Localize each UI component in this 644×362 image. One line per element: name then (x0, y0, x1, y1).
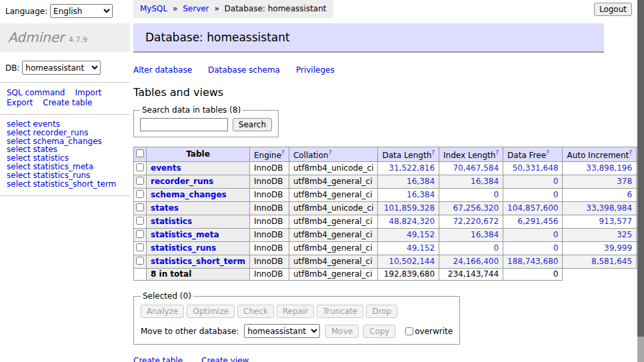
auto-increment-value[interactable]: 6 (627, 190, 632, 199)
sidebar-item-select-statistics-short-term[interactable]: select statistics_short_term (7, 180, 123, 189)
move-db-select[interactable]: homeassistant (244, 324, 320, 338)
engine-cell: InnoDB (249, 162, 289, 175)
help-icon[interactable]: ? (629, 149, 632, 156)
help-icon[interactable]: ? (495, 149, 499, 156)
row-checkbox[interactable] (136, 217, 144, 225)
data-length-value[interactable]: 101,859,328 (384, 203, 435, 213)
breadcrumb-link-server[interactable]: Server (183, 4, 209, 13)
create-view-link[interactable]: Create view (201, 356, 249, 362)
scrollbar-thumb[interactable] (637, 0, 644, 337)
language-select[interactable]: English (50, 4, 113, 18)
help-icon[interactable]: ? (329, 149, 332, 156)
sidebar-item-select-statistics-meta[interactable]: select statistics_meta (7, 163, 123, 171)
row-checkbox-cell (134, 189, 147, 202)
table-row: statesInnoDButf8mb4_unicode_ci101,859,32… (134, 202, 644, 215)
auto-increment-value-cell: 8,581,645 (563, 255, 637, 269)
privileges-link[interactable]: Privileges (296, 65, 335, 75)
data-free-value[interactable]: 0 (553, 190, 559, 199)
sidebar-action-export[interactable]: Export (7, 98, 33, 108)
data-free-value[interactable]: 50,331,648 (513, 163, 559, 173)
sidebar-item-select-events[interactable]: select events (7, 120, 123, 129)
row-checkbox[interactable] (136, 257, 144, 265)
sidebar-action-import[interactable]: Import (75, 88, 101, 98)
row-checkbox[interactable] (136, 230, 144, 238)
selected-legend: Selected (0) (141, 291, 193, 301)
row-checkbox[interactable] (136, 190, 144, 198)
auto-increment-value-cell: 913,577 (563, 215, 637, 229)
table-name-link[interactable]: recorder_runs (151, 177, 213, 186)
help-icon[interactable]: ? (431, 149, 435, 156)
row-checkbox[interactable] (136, 203, 144, 211)
header-label: Engine (254, 151, 281, 160)
table-name-link[interactable]: statistics_meta (151, 230, 219, 239)
total-checkbox-cell (134, 269, 147, 281)
check-button: Check (237, 305, 274, 318)
overwrite-checkbox[interactable] (405, 327, 413, 335)
help-icon[interactable]: ? (281, 149, 285, 156)
data-free-value[interactable]: 104,857,600 (507, 203, 558, 213)
scrollbar[interactable] (637, 0, 644, 362)
search-button[interactable]: Search (233, 118, 272, 131)
table-name-link[interactable]: states (151, 203, 179, 213)
help-icon[interactable]: ? (546, 149, 549, 156)
row-checkbox[interactable] (136, 177, 144, 185)
data-free-value[interactable]: 0 (553, 243, 559, 253)
copy-button: Copy (363, 325, 395, 338)
sidebar-action-sql-command[interactable]: SQL command (7, 88, 65, 98)
breadcrumb: MySQL » Server » Database: homeassistant (133, 0, 333, 18)
select-all-checkbox[interactable] (136, 149, 144, 157)
data-free-value[interactable]: 188,743,680 (507, 257, 558, 266)
data-free-value[interactable]: 0 (553, 230, 559, 239)
data-length-value[interactable]: 10,502,144 (389, 257, 435, 266)
auto-increment-value[interactable]: 33,398,984 (586, 203, 632, 213)
data-length-value[interactable]: 49,152 (407, 230, 435, 239)
data-length-value[interactable]: 16,384 (407, 177, 435, 186)
auto-increment-value[interactable]: 913,577 (599, 217, 632, 226)
table-name-link[interactable]: schema_changes (151, 190, 227, 199)
data-length-value[interactable]: 31,522,816 (389, 163, 435, 173)
search-input[interactable] (140, 118, 228, 131)
data-free-value[interactable]: 0 (553, 177, 559, 186)
data-length-value[interactable]: 49,152 (407, 243, 435, 253)
database-schema-link[interactable]: Database schema (208, 65, 280, 75)
auto-increment-value[interactable]: 33,898,196 (586, 163, 632, 173)
engine-cell: InnoDB (249, 242, 289, 255)
auto-increment-value[interactable]: 378 (617, 177, 632, 186)
index-length-value[interactable]: 0 (493, 243, 499, 253)
data-length-value-cell: 16,384 (378, 175, 439, 189)
collation-cell: utf8mb4_unicode_ci (289, 162, 378, 175)
sidebar-action-create-table[interactable]: Create table (43, 98, 92, 108)
table-name-link[interactable]: statistics_short_term (151, 257, 245, 266)
data-length-value-cell: 48,824,320 (378, 215, 439, 229)
index-length-value[interactable]: 24,166,400 (453, 257, 499, 266)
create-table-link[interactable]: Create table (133, 356, 183, 362)
index-length-value[interactable]: 72,220,672 (453, 217, 499, 226)
index-length-value[interactable]: 67,256,320 (453, 203, 499, 213)
index-length-value[interactable]: 0 (493, 190, 499, 199)
sidebar-item-select-recorder-runs[interactable]: select recorder_runs (7, 129, 123, 137)
auto-increment-value[interactable]: 8,581,645 (591, 257, 632, 266)
db-select[interactable]: homeassistant (22, 61, 101, 75)
search-legend: Search data in tables (8) (140, 105, 243, 115)
data-length-value[interactable]: 48,824,320 (389, 217, 435, 226)
alter-database-link[interactable]: Alter database (133, 65, 192, 75)
data-free-value-cell: 6,291,456 (503, 215, 563, 229)
row-checkbox[interactable] (136, 243, 144, 251)
breadcrumb-link-mysql[interactable]: MySQL (140, 4, 167, 13)
index-length-value[interactable]: 16,384 (471, 230, 499, 239)
data-length-value[interactable]: 16,384 (407, 190, 435, 199)
sidebar-item-select-statistics-runs[interactable]: select statistics_runs (7, 171, 123, 180)
table-name-link[interactable]: events (151, 163, 181, 173)
engine-cell: InnoDB (249, 189, 289, 202)
auto-increment-value[interactable]: 39,999 (604, 243, 632, 253)
overwrite-option: overwrite (403, 327, 453, 336)
index-length-value[interactable]: 70,467,584 (453, 163, 499, 173)
table-name-link[interactable]: statistics (151, 217, 192, 226)
row-checkbox-cell (134, 255, 147, 269)
data-free-value[interactable]: 6,291,456 (517, 217, 558, 226)
index-length-value[interactable]: 16,384 (471, 177, 499, 186)
auto-increment-value[interactable]: 325 (617, 230, 632, 239)
table-name-link[interactable]: statistics_runs (151, 243, 216, 253)
selected-buttons-row: AnalyzeOptimizeCheckRepairTruncateDrop (141, 305, 453, 318)
row-checkbox[interactable] (136, 163, 144, 171)
